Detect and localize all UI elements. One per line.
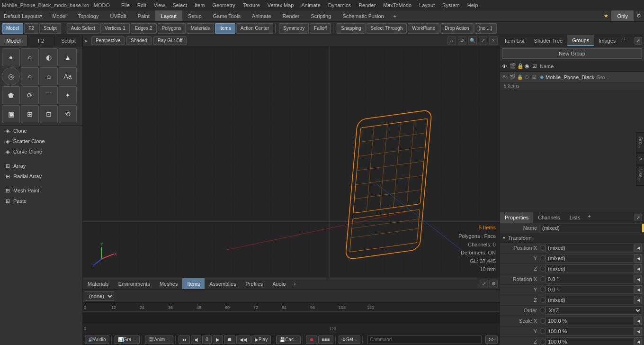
edges-button[interactable]: Edges 2 bbox=[131, 23, 157, 34]
new-group-button[interactable]: New Group bbox=[502, 48, 642, 59]
settings-button[interactable]: ⚙ Set... bbox=[339, 336, 360, 344]
audio-button[interactable]: 🔊 Audio bbox=[85, 336, 109, 344]
props-tab-properties[interactable]: Properties bbox=[500, 212, 533, 223]
props-scale-y-value[interactable]: 100.0 % bbox=[546, 327, 634, 336]
tab-environments[interactable]: Environments bbox=[114, 278, 155, 289]
tool-scatter-clone[interactable]: ◈ Scatter Clone bbox=[0, 136, 82, 146]
menu-texture[interactable]: Texture bbox=[239, 1, 264, 9]
expand-rp-icon[interactable]: ⤢ bbox=[635, 37, 642, 45]
tab-plus[interactable]: + bbox=[290, 280, 299, 288]
vp-home-icon[interactable]: ⌂ bbox=[447, 36, 456, 45]
action-center-button[interactable]: Action Center bbox=[236, 23, 274, 34]
props-rot-z-btn[interactable]: ◀ bbox=[635, 296, 642, 304]
ray-gl-button[interactable]: Ray GL: Off bbox=[153, 36, 187, 45]
menu-edit[interactable]: Edit bbox=[134, 1, 150, 9]
sidebar-model-btn[interactable]: Model bbox=[0, 35, 27, 46]
props-scale-x-btn[interactable]: ◀ bbox=[635, 317, 642, 325]
tool-icon-5[interactable]: ○ bbox=[21, 67, 39, 85]
tab-scripting[interactable]: Scripting bbox=[305, 10, 337, 21]
props-pos-z-btn[interactable]: ◀ bbox=[635, 264, 642, 273]
polygons-button[interactable]: Polygons bbox=[158, 23, 186, 34]
props-tab-channels[interactable]: Channels bbox=[533, 212, 564, 223]
props-scale-x-value[interactable]: 100.0 % bbox=[546, 317, 634, 325]
tool-icon-9[interactable]: ⟳ bbox=[21, 86, 39, 104]
props-circle-y-icon[interactable] bbox=[540, 255, 546, 261]
props-name-value[interactable]: (mixed) bbox=[540, 224, 642, 232]
mode-model-button[interactable]: Model bbox=[2, 23, 23, 34]
tool-icon-3[interactable]: ▲ bbox=[59, 48, 77, 66]
perspective-button[interactable]: Perspective bbox=[91, 36, 125, 45]
graph-button[interactable]: 📊 Gra ... bbox=[115, 336, 140, 344]
tab-uvedit[interactable]: UVEdit bbox=[104, 10, 132, 21]
tool-icon-4[interactable]: ◎ bbox=[2, 67, 20, 85]
tab-assemblies[interactable]: Assemblies bbox=[205, 278, 241, 289]
menu-animate[interactable]: Animate bbox=[297, 1, 324, 9]
item-render-icon[interactable]: 🎬 bbox=[510, 74, 516, 80]
tab-render[interactable]: Render bbox=[277, 10, 305, 21]
mode-sculpt-button[interactable]: Sculpt bbox=[39, 23, 61, 34]
props-tab-plus[interactable]: + bbox=[585, 212, 593, 223]
props-pos-x-btn[interactable]: ◀ bbox=[635, 244, 642, 252]
command-input[interactable] bbox=[370, 337, 479, 342]
item-row[interactable]: 👁 🎬 🔒 ⬡ ☑ ◆ Mobile_Phone_Black Gro... bbox=[500, 72, 644, 82]
menu-file[interactable]: File bbox=[117, 1, 134, 9]
command-input-area[interactable] bbox=[367, 336, 482, 344]
item-lock-icon[interactable]: 🔒 bbox=[517, 74, 524, 80]
props-scale-z-btn[interactable]: ◀ bbox=[635, 337, 642, 345]
props-expand-icon[interactable]: ⤢ bbox=[635, 214, 642, 221]
tab-game-tools[interactable]: Game Tools bbox=[207, 10, 247, 21]
only-button[interactable]: Only bbox=[611, 10, 634, 21]
gear-icon[interactable]: ⚙ bbox=[634, 12, 644, 20]
tool-radial-array[interactable]: ⊞ Radial Array bbox=[0, 171, 82, 182]
menu-select[interactable]: Select bbox=[169, 1, 191, 9]
tab-items[interactable]: Items bbox=[182, 278, 205, 289]
arrow-button[interactable]: >> bbox=[485, 336, 498, 344]
workplane-button[interactable]: WorkPlane bbox=[408, 23, 439, 34]
tab-plus-icon[interactable]: + bbox=[390, 12, 400, 20]
play-button[interactable]: ▶ Play bbox=[251, 336, 271, 344]
tool-icon-11[interactable]: ✦ bbox=[59, 86, 77, 104]
layouts-dropdown[interactable]: Default Layouts ▾ bbox=[0, 12, 46, 20]
frame-counter[interactable]: 0 bbox=[202, 336, 212, 344]
shaded-button[interactable]: Shaded bbox=[126, 36, 151, 45]
menu-dynamics[interactable]: Dynamics bbox=[324, 1, 355, 9]
viewport-canvas[interactable]: X Y Z 5 Items Polygons : Face Channels: … bbox=[83, 46, 500, 278]
props-rot-x-btn[interactable]: ◀ bbox=[635, 275, 642, 283]
tool-icon-13[interactable]: ⊞ bbox=[21, 105, 39, 123]
sidebar-sculpt-btn[interactable]: Sculpt bbox=[55, 35, 82, 46]
props-rot-x-value[interactable]: 0.0 ° bbox=[546, 275, 634, 283]
menu-vertex-map[interactable]: Vertex Map bbox=[264, 1, 298, 9]
rewind-button[interactable]: ⏮ bbox=[179, 336, 190, 344]
anim-button[interactable]: 🎬 Anim ... bbox=[145, 336, 173, 344]
timeline-track[interactable] bbox=[83, 313, 500, 324]
item-eye-icon[interactable]: 👁 bbox=[502, 74, 509, 80]
tab-setup[interactable]: Setup bbox=[182, 10, 207, 21]
props-rot-z-circle[interactable] bbox=[540, 297, 546, 303]
tab-groups[interactable]: Groups bbox=[567, 35, 594, 46]
menu-item[interactable]: Item bbox=[191, 1, 208, 9]
menu-geometry[interactable]: Geometry bbox=[208, 1, 239, 9]
select-through-button[interactable]: Select Through bbox=[367, 23, 407, 34]
record-button[interactable]: ⏺ bbox=[306, 336, 317, 344]
extra-icons[interactable]: ≡≡≡ bbox=[318, 336, 333, 344]
tab-layout[interactable]: Layout bbox=[155, 10, 182, 21]
tab-topology[interactable]: Topology bbox=[72, 10, 104, 21]
tool-clone[interactable]: ◈ Clone bbox=[0, 126, 82, 136]
materials-button[interactable]: Materials bbox=[187, 23, 215, 34]
stop-button[interactable]: ⏹ bbox=[224, 336, 235, 344]
symmetry-button[interactable]: Symmetry bbox=[279, 23, 309, 34]
props-scale-y-btn[interactable]: ◀ bbox=[635, 327, 642, 336]
tab-profiles[interactable]: Profiles bbox=[241, 278, 268, 289]
props-pos-z-value[interactable]: (mixed) bbox=[546, 264, 634, 273]
tab-images[interactable]: Images bbox=[594, 35, 620, 46]
tool-icon-8[interactable]: ⬟ bbox=[2, 86, 20, 104]
props-rot-y-value[interactable]: 0.0 ° bbox=[546, 285, 634, 294]
prev-frame-button[interactable]: ◀ bbox=[191, 336, 201, 344]
star-icon[interactable]: ★ bbox=[601, 12, 611, 20]
menu-help[interactable]: Help bbox=[464, 1, 482, 9]
props-circle-icon[interactable] bbox=[540, 245, 546, 251]
props-scale-y-circle[interactable] bbox=[540, 328, 546, 334]
props-order-circle[interactable] bbox=[540, 308, 546, 313]
tool-icon-12[interactable]: ▣ bbox=[2, 105, 20, 123]
props-transform-section[interactable]: ▼ Transform bbox=[500, 234, 644, 243]
